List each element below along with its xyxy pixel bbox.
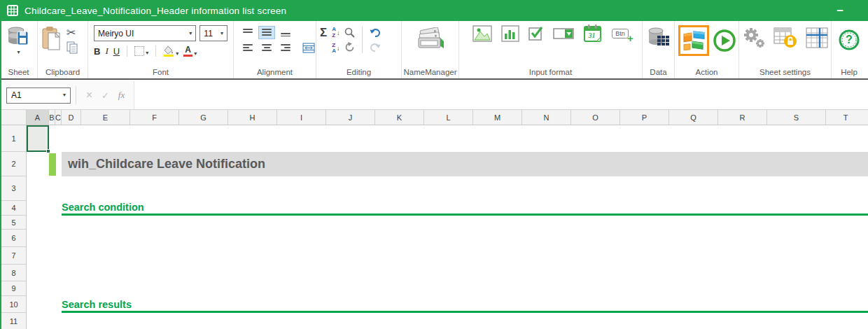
column-header-p[interactable]: P [620,110,669,125]
font-size-select[interactable]: 11 ▾ [200,25,227,41]
ribbon-group-label-alignment: Alignment [234,68,316,76]
ribbon-group-label-sheetsettings: Sheet settings [739,68,831,76]
row-header-7[interactable]: 7 [1,247,26,265]
checkbox-cell-button[interactable] [528,26,544,41]
align-left-button[interactable] [239,41,256,55]
sheet-canvas[interactable]: wih_Childcare Leave Notification Search … [27,125,868,329]
column-header-s[interactable]: S [767,110,826,125]
column-header-i[interactable]: I [277,110,326,125]
row-header-3[interactable]: 3 [1,176,26,201]
help-button[interactable]: ? [839,29,860,50]
chart-cell-button[interactable] [501,25,519,42]
name-manager-button[interactable] [416,27,445,51]
combobox-cell-button[interactable] [553,27,574,40]
ribbon-group-help: ? Help [832,21,867,78]
button-cell-button[interactable]: Btn + [612,29,629,38]
command-blocks-button-highlighted[interactable] [678,25,709,56]
ribbon-group-data: Data [643,21,675,78]
ribbon-group-alignment: Alignment [234,21,316,78]
window-left-border [0,21,1,329]
row-header-6[interactable]: 6 [1,230,26,247]
sort-descending-button[interactable]: ZA ↓ [332,43,340,55]
font-family-select[interactable]: Meiryo UI ▾ [94,25,196,41]
image-cell-button[interactable] [472,25,492,42]
borders-dropdown-arrow: ▾ [146,50,148,56]
bold-button[interactable]: B [94,46,100,57]
cut-button[interactable]: ✂ [66,27,78,38]
column-header-h[interactable]: H [228,110,277,125]
row-header-1[interactable]: 1 [1,125,26,152]
refresh-button[interactable] [344,42,355,52]
column-header-n[interactable]: N [522,110,571,125]
row-header-9[interactable]: 9 [1,281,26,296]
row-header-8[interactable]: 8 [1,265,26,281]
column-header-a[interactable]: A [27,110,49,125]
run-preview-button[interactable] [713,29,736,52]
column-header-d[interactable]: D [62,110,81,125]
row-header-5[interactable]: 5 [1,216,26,230]
row-header-4[interactable]: 4 [1,201,26,216]
column-header-l[interactable]: L [424,110,473,125]
sheet-button[interactable] [7,26,31,48]
font-color-button[interactable]: A ▾ [183,46,197,57]
paste-button[interactable] [41,26,61,51]
redo-button[interactable] [370,42,381,52]
ribbon-group-label-sheet: Sheet [0,68,37,76]
sheet-options-button[interactable] [742,27,766,49]
data-source-button[interactable] [648,27,670,51]
align-top-button[interactable] [239,26,256,39]
formula-input[interactable] [134,81,868,109]
window-title: Childcare_Leave_Notification_Header info… [24,6,286,16]
borders-icon [134,46,144,56]
datepicker-cell-button[interactable]: 31 [583,24,603,43]
borders-button[interactable]: ▾ [134,46,148,56]
formula-confirm-button[interactable]: ✓ [97,90,113,101]
search-button[interactable] [344,27,355,38]
ribbon-group-inputformat: 31 Btn + Input format [459,21,643,78]
freeze-panes-button[interactable] [805,27,829,49]
column-header-g[interactable]: G [179,110,228,125]
align-center-button[interactable] [258,41,275,55]
plus-badge-icon: + [627,33,634,43]
align-right-button[interactable] [277,41,294,55]
column-header-f[interactable]: F [130,110,179,125]
column-header-r[interactable]: R [718,110,767,125]
minimize-button[interactable]: – [829,0,851,21]
merge-cells-button[interactable] [302,43,315,53]
sheet-dropdown-arrow[interactable]: ▾ [17,50,20,55]
select-all-corner[interactable] [1,110,27,125]
column-header-c[interactable]: C [55,110,62,125]
row-header-10[interactable]: 10 [1,296,26,313]
ribbon-group-editing: Σ AZ ↓ ZA ↓ [316,21,402,78]
fill-color-button[interactable]: ▾ [163,46,178,57]
column-header-e[interactable]: E [81,110,130,125]
underline-button[interactable]: U [113,46,120,57]
row-header-2[interactable]: 2 [1,152,26,176]
row-header-11[interactable]: 11 [1,313,26,329]
sort-ascending-button[interactable]: AZ ↓ [332,27,340,39]
align-bottom-button[interactable] [277,26,294,39]
selected-cell-a1[interactable] [27,125,49,152]
insert-function-button[interactable]: fx [113,90,130,101]
column-header-q[interactable]: Q [669,110,718,125]
ribbon-group-label-help: Help [832,68,867,76]
column-header-b[interactable]: B [49,110,55,125]
cell-name-box[interactable]: A1 ▾ [6,88,71,104]
column-header-m[interactable]: M [473,110,522,125]
italic-button[interactable]: I [105,46,108,57]
undo-button[interactable] [370,27,381,38]
copy-button[interactable] [66,41,78,54]
autosum-button[interactable]: Σ [320,27,327,38]
column-header-k[interactable]: K [375,110,424,125]
font-color-icon: A [183,46,192,57]
column-header-t[interactable]: T [826,110,865,125]
column-headers: A B C D E F G H I J K L M N O P Q R S T [0,110,868,125]
ribbon-group-action: Action [675,21,739,78]
align-middle-button[interactable] [258,26,275,39]
font-family-value: Meiryo UI [98,29,134,38]
column-header-o[interactable]: O [571,110,620,125]
protect-sheet-button[interactable] [773,27,798,49]
spreadsheet-app-icon [6,4,19,17]
column-header-j[interactable]: J [326,110,375,125]
formula-cancel-button[interactable]: × [81,89,97,102]
